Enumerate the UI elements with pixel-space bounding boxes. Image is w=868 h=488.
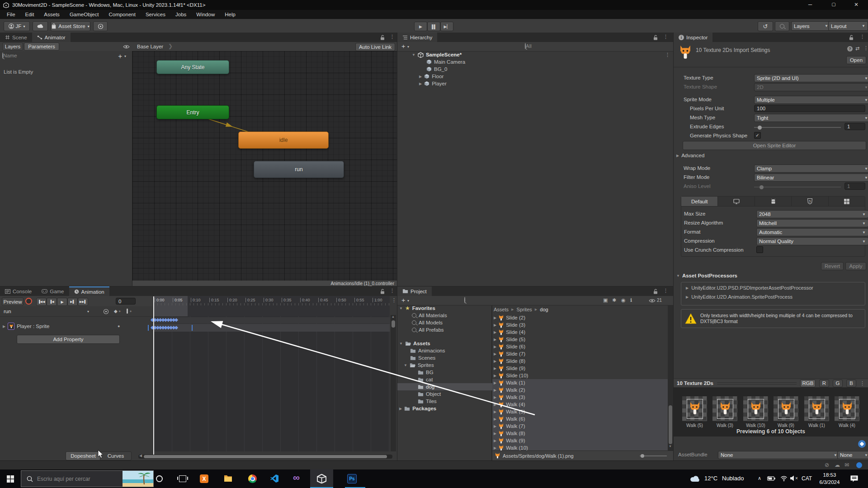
- project-search-field[interactable]: [464, 297, 600, 304]
- taskbar-chrome-icon[interactable]: [248, 474, 257, 483]
- hierarchy-search-input[interactable]: [526, 43, 660, 49]
- save-search-icon[interactable]: ◉: [621, 297, 626, 303]
- preview-thumb[interactable]: [712, 396, 737, 421]
- horizontal-scrollbar[interactable]: ◀: [138, 455, 392, 459]
- presets-icon[interactable]: ⇄: [855, 46, 859, 52]
- add-property-button[interactable]: Add Property: [17, 335, 120, 344]
- temperature-label[interactable]: 12°C: [704, 475, 717, 482]
- lock-icon[interactable]: [380, 35, 385, 40]
- maximize-button[interactable]: ▢: [823, 0, 844, 10]
- search-highlight-image[interactable]: [123, 471, 153, 487]
- scroll-down-icon[interactable]: ▼: [669, 445, 672, 448]
- channel-b-button[interactable]: B: [846, 380, 856, 387]
- asset-row-slide10[interactable]: ▶Slide (10): [494, 372, 528, 379]
- asset-row-walk7[interactable]: ▶Walk (7): [494, 422, 525, 430]
- preview-thumb[interactable]: [743, 396, 768, 421]
- panel-menu-icon[interactable]: ⋮: [663, 288, 668, 293]
- next-key-button[interactable]: ▶▌: [67, 298, 78, 306]
- tab-scene[interactable]: Scene: [0, 33, 32, 42]
- tab-inspector[interactable]: i Inspector: [674, 33, 712, 42]
- timeline-menu-icon[interactable]: ⋮: [392, 298, 396, 303]
- project-breadcrumb[interactable]: Assets▸ Sprites▸ dog: [494, 306, 548, 312]
- foldout-icon[interactable]: ▶: [399, 407, 402, 411]
- eye-icon[interactable]: [123, 45, 130, 49]
- compression-dropdown[interactable]: Normal Quality▼: [756, 237, 868, 245]
- notification-center-icon[interactable]: [850, 475, 859, 483]
- wrap-mode-dropdown[interactable]: Clamp▼: [754, 164, 868, 173]
- tree-all-models[interactable]: All Models: [397, 319, 506, 326]
- slider-knob[interactable]: [758, 126, 762, 130]
- platform-tab-webgl[interactable]: 5: [791, 197, 828, 206]
- layout-dropdown[interactable]: Layout▼: [828, 21, 868, 31]
- breadcrumb-dog[interactable]: dog: [540, 307, 548, 312]
- slider-knob[interactable]: [641, 454, 644, 458]
- hierarchy-item-floor[interactable]: ▶ Floor: [397, 73, 695, 80]
- search-info-icon[interactable]: ℹ: [630, 297, 632, 303]
- foldout-icon[interactable]: ▼: [404, 363, 407, 367]
- add-key-icon[interactable]: ◆＋: [114, 309, 122, 314]
- foldout-icon[interactable]: ▼: [399, 342, 403, 346]
- menu-help[interactable]: Help: [220, 12, 241, 17]
- preview-thumb[interactable]: [774, 396, 798, 421]
- state-node-run[interactable]: run: [254, 161, 344, 178]
- channel-g-button[interactable]: G: [833, 380, 843, 387]
- project-search-input[interactable]: [465, 297, 601, 303]
- asset-row-walk2[interactable]: ▶Walk (2): [494, 386, 525, 394]
- taskbar-search-box[interactable]: [21, 470, 154, 487]
- asset-row-walk4[interactable]: ▶Walk (4): [494, 401, 525, 408]
- add-keyframe-icon[interactable]: [103, 309, 109, 314]
- menu-jobs[interactable]: Jobs: [170, 12, 191, 17]
- last-key-button[interactable]: ▶▶▌: [78, 298, 88, 306]
- clip-dropdown[interactable]: run▾: [0, 306, 93, 316]
- taskbar-vscode-icon[interactable]: [270, 474, 278, 483]
- sprite-track-row[interactable]: [154, 324, 390, 332]
- mesh-type-dropdown[interactable]: Tight▼: [754, 114, 868, 122]
- menu-services[interactable]: Services: [141, 12, 170, 17]
- tree-scenes[interactable]: Scenes: [397, 354, 504, 361]
- platform-tab-android[interactable]: [755, 197, 791, 206]
- account-button[interactable]: JF▾: [4, 21, 30, 31]
- breadcrumb[interactable]: Base Layer: [137, 44, 163, 49]
- scrollbar-thumb[interactable]: [392, 320, 395, 328]
- battery-icon[interactable]: [767, 476, 775, 481]
- scrollbar-thumb[interactable]: [144, 455, 387, 458]
- hierarchy-search-field[interactable]: [525, 43, 659, 50]
- asset-postprocessors-foldout[interactable]: ▼Asset PostProcessors: [676, 273, 737, 278]
- pixels-per-unit-field[interactable]: [754, 105, 865, 112]
- menu-component[interactable]: Component: [104, 12, 140, 17]
- taskbar-photoshop-icon[interactable]: Ps: [347, 474, 357, 483]
- menu-edit[interactable]: Edit: [20, 12, 39, 17]
- close-button[interactable]: ✕: [846, 0, 867, 10]
- resize-algorithm-dropdown[interactable]: Mitchell▼: [756, 219, 868, 227]
- start-button[interactable]: [0, 469, 21, 488]
- layers-tab-button[interactable]: Layers: [2, 42, 23, 51]
- panel-menu-icon[interactable]: ⋮: [390, 34, 395, 39]
- timeline-ruler[interactable]: 0:00 0:05 0:10 0:15 0:20 0:25 0:30 0:35 …: [154, 296, 390, 316]
- header-menu-icon[interactable]: ⋮: [863, 46, 868, 51]
- taskbar-visualstudio-icon[interactable]: ∞: [293, 472, 300, 483]
- play-animation-button[interactable]: ▶: [57, 298, 67, 306]
- format-dropdown[interactable]: Automatic▼: [756, 228, 868, 236]
- preview-thumb[interactable]: [682, 396, 707, 421]
- platform-tab-windows[interactable]: [828, 197, 865, 206]
- panel-menu-icon[interactable]: ⋮: [860, 34, 865, 39]
- channel-r-button[interactable]: R: [819, 380, 829, 387]
- auto-live-link-button[interactable]: Auto Live Link: [355, 43, 395, 51]
- preview-header[interactable]: 10 Texture 2Ds RGB R G B ⋮: [674, 379, 868, 388]
- foldout-icon[interactable]: ▶: [419, 82, 422, 86]
- asset-row-walk3[interactable]: ▶Walk (3): [494, 394, 525, 401]
- platform-tab-standalone[interactable]: [717, 197, 754, 206]
- foldout-icon[interactable]: ▶: [419, 75, 422, 79]
- taskbar-cortana-icon[interactable]: [156, 475, 163, 482]
- assetbundle-variant-dropdown[interactable]: None▼: [837, 451, 868, 459]
- lock-icon[interactable]: [653, 35, 658, 40]
- panel-menu-icon[interactable]: ⋮: [663, 34, 668, 39]
- cloud-button[interactable]: [33, 21, 48, 31]
- frame-field[interactable]: [116, 298, 136, 305]
- tab-project[interactable]: Project: [397, 286, 432, 296]
- scroll-left-icon[interactable]: ◀: [139, 454, 142, 458]
- asset-row-slide9[interactable]: ▶Slide (9): [494, 365, 525, 372]
- taskbar-taskview-icon[interactable]: [179, 475, 186, 482]
- playhead[interactable]: [153, 296, 154, 455]
- hierarchy-item-main-camera[interactable]: Main Camera: [397, 58, 702, 66]
